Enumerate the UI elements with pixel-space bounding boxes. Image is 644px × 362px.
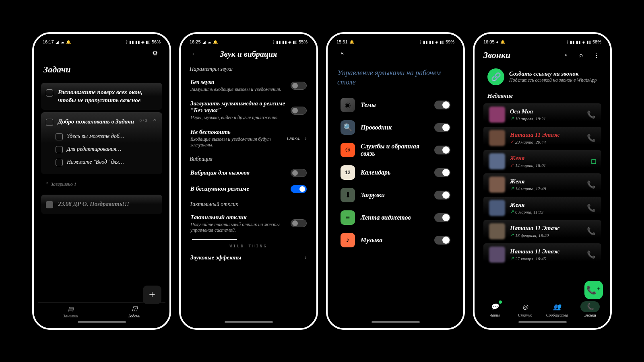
call-row[interactable]: Женя↗6 марта, 11:13📞 xyxy=(483,197,601,219)
pinned-card[interactable]: Расположите поверх всех окон, чтобы не п… xyxy=(41,83,162,110)
home-indicator[interactable] xyxy=(78,321,126,323)
toggle[interactable] xyxy=(434,168,450,177)
phone-icon: 📞 xyxy=(586,303,594,310)
toggle[interactable] xyxy=(434,213,450,222)
chat-icon: 💬 xyxy=(491,303,499,310)
checkbox[interactable] xyxy=(56,159,63,166)
more-icon: ⋯ xyxy=(72,40,76,44)
setting-vibrate-calls[interactable]: Вибрация для вызовов xyxy=(188,165,309,181)
create-call-link[interactable]: 🔗 Создать ссылку на звонок Поделитесь сс… xyxy=(482,64,603,89)
new-call-fab[interactable]: 📞⁺ xyxy=(584,281,603,299)
shortcut-row[interactable]: ◉Темы xyxy=(335,94,456,116)
checkbox[interactable] xyxy=(56,133,63,140)
shortcut-row[interactable]: ≡Лента виджетов xyxy=(335,206,456,229)
status-bar: 16:25 ◢ ☁ 🔔 ⋯ ᛒ ▮▮ ▮▮ ◈ ▮▯ 55% xyxy=(185,38,312,46)
search-icon[interactable]: ⌕ xyxy=(576,50,586,60)
toggle-on[interactable] xyxy=(291,185,307,193)
call-button[interactable]: 📞 xyxy=(587,134,596,142)
camera-icon[interactable]: ⌖ xyxy=(561,50,571,60)
call-button[interactable]: 📞 xyxy=(587,180,596,189)
battery-pct: 56% xyxy=(152,39,161,44)
checkbox[interactable] xyxy=(56,146,63,153)
subtask-text: Нажмите "Ввод" для… xyxy=(67,159,124,165)
call-button[interactable]: 📞 xyxy=(587,250,596,259)
subtask-row[interactable]: Нажмите "Ввод" для… xyxy=(46,156,157,169)
call-name: Женя xyxy=(510,178,582,185)
battery-icon: ▮▯ xyxy=(586,40,591,44)
nav-tasks[interactable]: ☑ Задачи xyxy=(128,305,140,318)
setting-silent[interactable]: Без звука Заглушить входящие вызовы и ув… xyxy=(188,75,309,96)
toggle[interactable] xyxy=(291,219,307,227)
subtask-row[interactable]: Для редактирования… xyxy=(46,143,157,156)
call-row[interactable]: Наташа 11 Этаж↗27 января, 16:45📞 xyxy=(483,243,601,266)
tasks-icon: ☑ xyxy=(132,305,137,313)
bluetooth-icon: ᛒ xyxy=(272,40,275,44)
app-icon: 🔍 xyxy=(341,120,355,135)
shortcut-row[interactable]: 12Календарь xyxy=(335,161,456,184)
call-button[interactable]: 📞 xyxy=(587,110,596,119)
checkbox[interactable] xyxy=(46,119,53,126)
bell-icon: 🔔 xyxy=(213,40,218,44)
call-row[interactable]: Ося Моя↗10 апреля, 18:21📞 xyxy=(483,103,601,126)
call-button[interactable]: 📞 xyxy=(587,204,596,212)
app-icon: ≡ xyxy=(341,210,355,225)
communities-icon: 👥 xyxy=(553,303,561,310)
shortcut-row[interactable]: ⬇Загрузки xyxy=(335,184,456,206)
shortcut-row[interactable]: 🔍Проводник xyxy=(335,116,456,139)
notes-icon: ▤ xyxy=(68,305,74,313)
toggle[interactable] xyxy=(291,107,307,115)
welcome-card[interactable]: Добро пожаловать в Задачи 0 / 3 ⌃ Здесь … xyxy=(41,112,162,174)
toggle[interactable] xyxy=(434,101,450,109)
toggle[interactable] xyxy=(434,123,450,132)
shortcut-row[interactable]: ♪Музыка xyxy=(335,229,456,251)
toggle[interactable] xyxy=(291,82,307,90)
avatar xyxy=(489,177,505,193)
more-icon[interactable]: ⋮ xyxy=(592,50,601,60)
nav-status[interactable]: ◎ Статус xyxy=(517,301,534,317)
call-row[interactable]: Наташа 11 Этаж↗18 февраля, 18:20📞 xyxy=(483,220,601,243)
home-indicator[interactable] xyxy=(372,321,420,323)
nav-chats[interactable]: 💬 Чаты xyxy=(485,301,504,317)
toggle[interactable] xyxy=(434,146,450,154)
nav-notes[interactable]: ▤ Заметки xyxy=(63,305,78,318)
video-call-button[interactable]: □ xyxy=(591,157,596,166)
nav-calls[interactable]: 📞 Звонки xyxy=(580,301,600,317)
collapse-icon[interactable]: ⌃ xyxy=(152,118,157,125)
completed-task-card[interactable]: 23.08 ДР О. Поздравить!!! xyxy=(41,195,162,214)
call-name: Наташа 11 Этаж xyxy=(510,225,582,232)
bell-icon: 🔔 xyxy=(500,40,505,44)
call-button[interactable]: 📞 xyxy=(587,227,596,236)
setting-vibrate-silent[interactable]: В бесшумном режиме xyxy=(188,181,309,197)
checkbox[interactable] xyxy=(46,89,53,97)
toggle[interactable] xyxy=(434,236,450,245)
call-row[interactable]: Женя↙14 марта, 18:01□ xyxy=(483,150,601,173)
signal-icon: ▮▮ xyxy=(129,40,134,44)
battery-icon: ▮▯ xyxy=(293,40,297,44)
cloud-icon: ☁ xyxy=(207,40,211,44)
avatar xyxy=(489,223,505,239)
add-task-fab[interactable]: + xyxy=(143,286,161,304)
completed-section[interactable]: ⌃ Завершено 1 xyxy=(41,177,162,192)
shortcut-row[interactable]: ☺Службы и обратная связь xyxy=(335,139,456,161)
settings-icon[interactable]: ⚙ xyxy=(150,48,160,58)
home-indicator[interactable] xyxy=(518,321,567,323)
setting-haptic[interactable]: Тактильный отклик Получайте тактильный о… xyxy=(188,210,309,237)
avatar xyxy=(489,200,505,216)
checkbox-checked[interactable] xyxy=(46,201,53,208)
call-row[interactable]: Женя↗14 марта, 17:48📞 xyxy=(483,173,601,196)
back-icon[interactable]: « xyxy=(337,48,347,58)
home-indicator[interactable] xyxy=(225,321,273,323)
setting-dnd[interactable]: Не беспокоить Входящие вызовы и уведомле… xyxy=(188,125,309,152)
back-icon[interactable]: ← xyxy=(190,49,199,59)
task-text: 23.08 ДР О. Поздравить!!! xyxy=(58,200,157,208)
call-direction-icon: ↙ xyxy=(510,139,514,144)
toggle[interactable] xyxy=(291,169,307,177)
nav-communities[interactable]: 👥 Сообщества xyxy=(546,301,568,317)
toggle[interactable] xyxy=(434,191,450,200)
shortcut-label: Темы xyxy=(361,101,429,109)
bell-icon: 🔔 xyxy=(349,40,354,44)
setting-sound-fx[interactable]: Звуковые эффекты › xyxy=(188,250,309,265)
setting-mute-media[interactable]: Заглушать мультимедиа в режиме "Без звук… xyxy=(188,96,309,124)
call-row[interactable]: Наташа 11 Этаж↙29 марта, 20:44📞 xyxy=(483,127,601,149)
subtask-row[interactable]: Здесь вы можете доб… xyxy=(46,130,157,143)
